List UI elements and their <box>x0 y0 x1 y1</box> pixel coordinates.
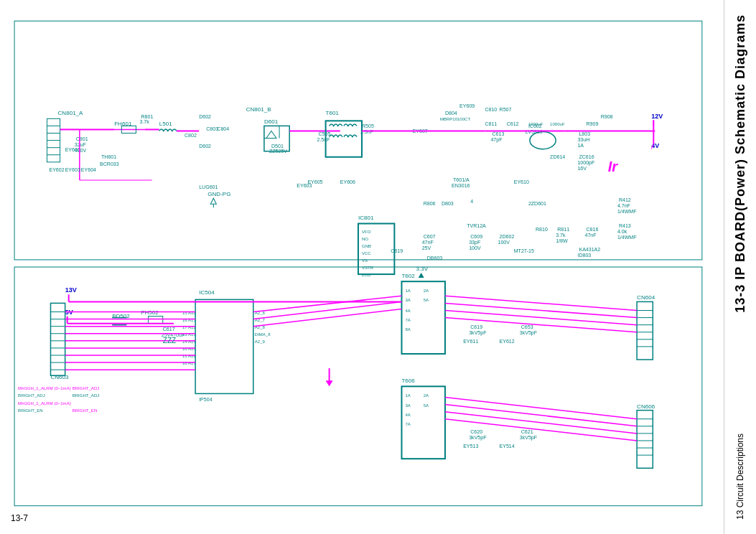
svg-text:EY513: EY513 <box>463 444 478 449</box>
svg-text:400V: 400V <box>75 148 87 153</box>
svg-text:EY603: EY603 <box>65 167 80 172</box>
right-sidebar: 13-3 IP BOARD(Power) Schematic Diagrams … <box>724 0 756 534</box>
svg-text:EN3016: EN3016 <box>452 183 470 188</box>
svg-text:ZZZ: ZZZ <box>163 337 176 345</box>
svg-text:D601: D601 <box>264 118 279 125</box>
svg-text:CN801_A: CN801_A <box>58 110 84 116</box>
svg-text:2ZD601: 2ZD601 <box>528 201 546 206</box>
svg-text:3.7k: 3.7k <box>139 119 149 124</box>
svg-text:4A: 4A <box>405 309 411 313</box>
svg-text:C802: C802 <box>185 133 197 138</box>
svg-text:EY609: EY609 <box>459 103 475 108</box>
schematic-svg: CN801_A EY601 TH601 BCR033 FH601 L501 <box>7 7 717 527</box>
svg-text:MBRP10100CT: MBRP10100CT <box>440 117 471 121</box>
page-number: 13-7 <box>11 513 28 523</box>
svg-text:BRIGHT_EN: BRIGHT_EN <box>73 408 98 413</box>
svg-text:IC801: IC801 <box>358 215 374 221</box>
svg-text:1000uF: 1000uF <box>550 122 565 126</box>
svg-text:7A: 7A <box>405 422 411 426</box>
svg-text:4A: 4A <box>405 413 411 417</box>
svg-text:IP504: IP504 <box>199 397 212 402</box>
svg-text:BRIGHT_ADJ: BRIGHT_ADJ <box>73 386 100 390</box>
svg-text:17 A12: 17 A12 <box>182 325 196 329</box>
svg-text:VSTR: VSTR <box>362 266 374 270</box>
svg-text:CN604: CN604 <box>637 294 655 301</box>
svg-text:IC504: IC504 <box>199 289 215 296</box>
svg-text:13 A13: 13 A13 <box>182 332 196 337</box>
svg-text:3A: 3A <box>405 298 411 302</box>
svg-text:C816: C816 <box>587 227 599 232</box>
svg-text:FH601: FH601 <box>114 121 132 127</box>
svg-text:100V: 100V <box>498 240 510 245</box>
svg-text:EY611: EY611 <box>463 339 478 344</box>
svg-text:8A: 8A <box>405 327 411 332</box>
svg-text:18 A17: 18 A17 <box>182 361 196 365</box>
svg-text:GNB: GNB <box>362 244 371 248</box>
svg-text:25V: 25V <box>422 245 431 250</box>
svg-text:3.7k: 3.7k <box>556 233 566 238</box>
svg-text:C620: C620 <box>470 429 482 434</box>
svg-text:11 A16: 11 A16 <box>182 354 196 358</box>
svg-text:1000uF: 1000uF <box>528 122 543 126</box>
svg-text:BRIGHT_ADJ: BRIGHT_ADJ <box>73 393 100 398</box>
svg-text:R909: R909 <box>587 121 599 126</box>
svg-text:2.5nF: 2.5nF <box>317 137 330 142</box>
svg-text:L803: L803 <box>579 131 590 136</box>
svg-text:3A: 3A <box>405 403 411 408</box>
svg-text:C653: C653 <box>521 324 533 329</box>
svg-text:TVR12A: TVR12A <box>467 223 486 228</box>
svg-text:1/8W: 1/8W <box>556 238 568 243</box>
svg-text:C619: C619 <box>470 324 482 329</box>
svg-text:MT27-15: MT27-15 <box>514 248 534 253</box>
svg-text:A2_9: A2_9 <box>255 339 266 344</box>
svg-text:D602: D602 <box>199 144 211 149</box>
svg-text:L501: L501 <box>159 121 172 127</box>
svg-text:GND-PG: GND-PG <box>207 191 230 197</box>
svg-text:ZD614: ZD614 <box>550 154 565 159</box>
svg-text:47nF: 47nF <box>422 240 434 245</box>
svg-text:4: 4 <box>470 199 473 204</box>
svg-text:1A: 1A <box>577 143 584 148</box>
svg-text:DB603: DB603 <box>427 256 443 261</box>
svg-text:C811: C811 <box>485 121 497 126</box>
svg-text:BRIGHT_EN: BRIGHT_EN <box>18 408 43 413</box>
svg-text:BRIGHT_ADJ: BRIGHT_ADJ <box>18 393 45 398</box>
svg-text:C609: C609 <box>470 234 482 239</box>
svg-text:5A: 5A <box>424 298 429 302</box>
svg-text:3.3V: 3.3V <box>416 266 429 272</box>
svg-text:15 A10: 15 A10 <box>182 311 196 315</box>
svg-text:32uF: 32uF <box>75 142 87 147</box>
svg-text:1/4WMF: 1/4WMF <box>617 209 637 214</box>
svg-text:R507: R507 <box>500 107 512 112</box>
svg-text:2A: 2A <box>424 289 429 293</box>
svg-text:C801: C801 <box>76 136 88 141</box>
svg-text:5A: 5A <box>424 403 429 408</box>
svg-text:3kV5pF: 3kV5pF <box>520 330 538 336</box>
svg-text:EY514: EY514 <box>500 444 515 449</box>
svg-text:R413: R413 <box>619 223 631 228</box>
svg-text:T601/A: T601/A <box>453 177 470 182</box>
svg-text:D602: D602 <box>199 114 211 119</box>
svg-text:MH1GH_1_ALRM (0~1mA): MH1GH_1_ALRM (0~1mA) <box>18 401 71 406</box>
svg-text:C613: C613 <box>492 131 504 136</box>
svg-text:1A: 1A <box>405 393 411 398</box>
svg-text:2D602: 2D602 <box>500 234 515 239</box>
svg-text:VS: VS <box>362 258 368 263</box>
svg-text:3kV5pF: 3kV5pF <box>520 435 538 441</box>
svg-text:ZZ525V: ZZ525V <box>269 149 287 154</box>
svg-text:C810: C810 <box>485 107 497 112</box>
svg-text:47nF: 47nF <box>585 233 597 238</box>
svg-text:10 A15: 10 A15 <box>182 347 196 351</box>
svg-text:MH1GH_1_ALRM (0~1mA): MH1GH_1_ALRM (0~1mA) <box>18 386 71 390</box>
svg-text:NO: NO <box>362 237 368 241</box>
svg-text:ID803: ID803 <box>577 253 591 258</box>
svg-text:R811: R811 <box>557 227 569 232</box>
svg-text:R806: R806 <box>424 201 436 206</box>
svg-text:Ir: Ir <box>608 159 619 174</box>
svg-text:33uH: 33uH <box>577 137 589 142</box>
svg-text:CN606: CN606 <box>637 403 655 410</box>
svg-text:D804: D804 <box>445 111 457 116</box>
svg-text:T602: T602 <box>401 273 415 279</box>
svg-text:VCC: VCC <box>362 251 371 256</box>
svg-text:DIMA_8: DIMA_8 <box>255 332 271 337</box>
